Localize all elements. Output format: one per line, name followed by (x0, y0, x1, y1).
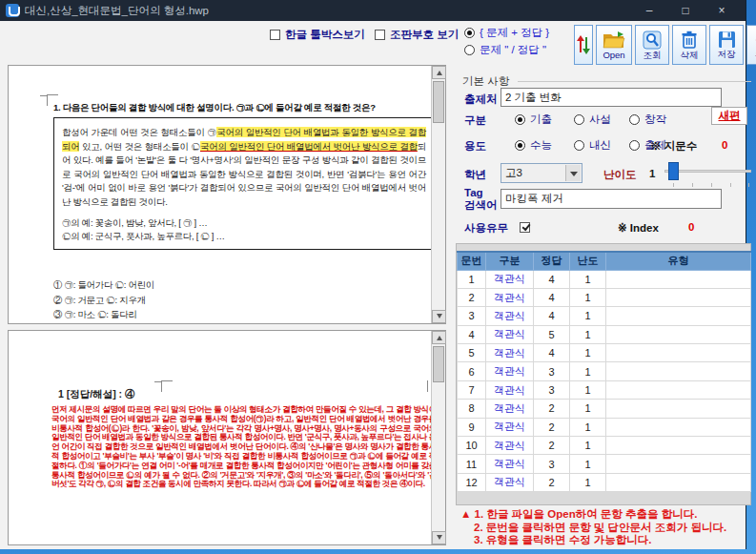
category-radio-saseol[interactable]: 사설 (574, 113, 611, 127)
question-page: 1. 다음은 단어들의 결합 방식에 대한 설명이다. ㉠과 ㉡에 들어갈 예로… (9, 66, 431, 323)
open-button[interactable]: Open (596, 25, 632, 65)
col-header-type[interactable]: 구분 (486, 252, 534, 270)
table-row[interactable]: 7객관식31 (458, 380, 751, 399)
note-line: 3. 유형을 클릭하면 수정 가능합니다. (460, 534, 726, 547)
radio-icon (464, 28, 475, 38)
use-flag-label: 사용유무 (464, 221, 508, 236)
category-option-label: 창작 (644, 113, 666, 127)
basic-info-group-label: 기본 사항 (462, 74, 509, 89)
minimize-button[interactable]: – (631, 4, 667, 17)
toolbar: Open 조회 삭제 (574, 25, 756, 65)
hangul-toolbox-checkbox[interactable]: 한글 툴박스보기 (270, 28, 365, 42)
radio-icon (515, 140, 525, 151)
search-label: 조회 (644, 51, 662, 60)
table-row[interactable]: 1객관식41 (458, 270, 751, 288)
question-scrollbar[interactable] (431, 66, 445, 323)
crop-mark-icon (417, 380, 428, 392)
format-marks-label: 조판부호 보기 (390, 28, 459, 42)
usage-label: 용도 (464, 139, 486, 154)
mode-radio-question-answer[interactable]: { 문제 + 정답 } (464, 26, 549, 40)
table-row[interactable]: 11객관식31 (458, 455, 751, 473)
open-label: Open (603, 51, 624, 60)
radio-icon (574, 114, 584, 125)
app-icon (6, 4, 19, 17)
scroll-down-button[interactable] (432, 310, 446, 323)
desktop-background: 대신,산상_현대문법_단어의 형성.hwp – □ × 한글 툴박스보기 조판부… (0, 0, 756, 554)
sort-button[interactable] (574, 25, 593, 65)
table-row[interactable]: 5객관식41 (458, 344, 751, 362)
table-row[interactable]: 4객관식51 (458, 325, 751, 343)
answer-heading: 1 [정답/해설] : ④ (58, 388, 135, 401)
uturn-button[interactable]: 유턴 (746, 25, 756, 65)
slider-thumb[interactable] (668, 162, 679, 180)
answer-page: 1 [정답/해설] : ④ 먼저 제시문의 설명에 따르면 우리 말의 단어는 … (9, 331, 431, 544)
col-header-number[interactable]: 문번 (458, 252, 486, 270)
slider-tick (711, 183, 712, 187)
answer-options: ① ㉠: 들어가다 ㉡: 어린이 ② ㉠: 거문고 ㉡: 지우개 ③ ㉠: 마소… (53, 277, 154, 323)
close-button[interactable]: × (704, 4, 740, 17)
col-header-level[interactable]: 난도 (570, 252, 606, 270)
radio-icon (629, 114, 640, 125)
source-input[interactable] (501, 88, 722, 107)
passage-count-value: 0 (722, 139, 727, 151)
tag-label-line2: 검색어 (464, 198, 498, 213)
search-button[interactable]: 조회 (635, 25, 669, 65)
title-bar[interactable]: 대신,산상_현대문법_단어의 형성.hwp – □ × (0, 0, 746, 21)
slider-tick (730, 183, 731, 187)
maximize-button[interactable]: □ (667, 4, 704, 17)
warning-triangle-icon: ▲ (460, 508, 471, 520)
table-row[interactable]: 12객관식21 (458, 473, 751, 491)
answer-preview-panel: 1 [정답/해설] : ④ 먼저 제시문의 설명에 따르면 우리 말의 단어는 … (8, 330, 446, 545)
renumber-button[interactable]: 새편 (711, 107, 747, 125)
difficulty-slider[interactable] (664, 162, 751, 187)
tag-search-input[interactable] (501, 189, 722, 209)
question-preview-panel: 1. 다음은 단어들의 결합 방식에 대한 설명이다. ㉠과 ㉡에 들어갈 예로… (8, 65, 446, 324)
note-line: ▲ 1. 한글 파일을 Open하여 문항 추출을 합니다. (460, 508, 726, 522)
question-table-container: 문번 구분 정답 난도 유형 1객관식412객관식413객관식414객관식515… (456, 243, 751, 505)
crop-mark-icon (161, 380, 173, 392)
usage-radio-suneung[interactable]: 수능 (515, 138, 552, 153)
index-label: ※ Index (618, 221, 659, 235)
scroll-thumb[interactable] (433, 346, 444, 382)
category-radio-changjak[interactable]: 창작 (629, 113, 666, 127)
category-radio-gichul[interactable]: 기출 (515, 113, 552, 127)
answer-option: ① ㉠: 들어가다 ㉡: 어린이 (53, 277, 154, 293)
table-row[interactable]: 6객관식31 (458, 362, 751, 380)
group-divider (518, 81, 751, 82)
grade-label: 학년 (464, 168, 486, 182)
col-header-category[interactable]: 유형 (606, 252, 751, 270)
sort-arrows-icon (577, 33, 590, 56)
passage-text: 합성어 가운데 어떤 것은 형태소들이 ㉠국어의 일반적인 단어 배열법과 동일… (62, 126, 426, 209)
question-table-body: 1객관식412객관식413객관식414객관식515객관식416객관식317객관식… (458, 270, 751, 492)
scroll-thumb[interactable] (433, 81, 444, 123)
table-row[interactable]: 3객관식41 (458, 307, 751, 325)
usage-option-label: 수능 (530, 138, 552, 153)
table-row[interactable]: 10객관식21 (458, 437, 751, 455)
usage-notes: ▲ 1. 한글 파일을 Open하여 문항 추출을 합니다. 2. 문번을 클릭… (460, 508, 726, 547)
col-header-answer[interactable]: 정답 (534, 252, 570, 270)
usage-radio-naesin[interactable]: 내신 (574, 138, 611, 153)
mode-radio-question-slash-answer[interactable]: 문제 " / 정답 " (464, 43, 546, 57)
table-row[interactable]: 8객관식21 (458, 400, 751, 418)
checkbox-icon (375, 30, 385, 40)
format-marks-checkbox[interactable]: 조판부호 보기 (375, 28, 459, 42)
question-passage-box: 합성어 가운데 어떤 것은 형태소들이 ㉠국어의 일반적인 단어 배열법과 동일… (53, 117, 431, 250)
checkbox-icon (270, 30, 280, 40)
save-button[interactable]: 저장 (709, 25, 744, 65)
delete-button[interactable]: 삭제 (672, 25, 706, 65)
radio-icon (464, 45, 475, 55)
use-flag-checkbox[interactable] (520, 222, 530, 233)
scroll-up-button[interactable] (432, 66, 446, 79)
table-row[interactable]: 2객관식41 (458, 288, 751, 306)
passage-example-1: ㉠의 예: 꽃송이, 밤낮, 앞서다, [ ㉠ ] … (62, 216, 426, 230)
table-row[interactable]: 9객관식21 (458, 418, 751, 436)
scroll-up-button[interactable] (432, 331, 446, 344)
window-title: 대신,산상_현대문법_단어의 형성.hwp (25, 4, 631, 18)
answer-option: ④ ㉠: 산나물 ㉡: 부슬비 (53, 322, 154, 324)
answer-scrollbar[interactable] (431, 331, 445, 544)
mode-radio-label: 문제 " / 정답 " (480, 43, 546, 57)
slider-tick (692, 183, 693, 187)
radio-icon (574, 140, 584, 151)
scroll-down-button[interactable] (432, 531, 446, 544)
grade-dropdown[interactable]: 고3 (501, 163, 582, 183)
